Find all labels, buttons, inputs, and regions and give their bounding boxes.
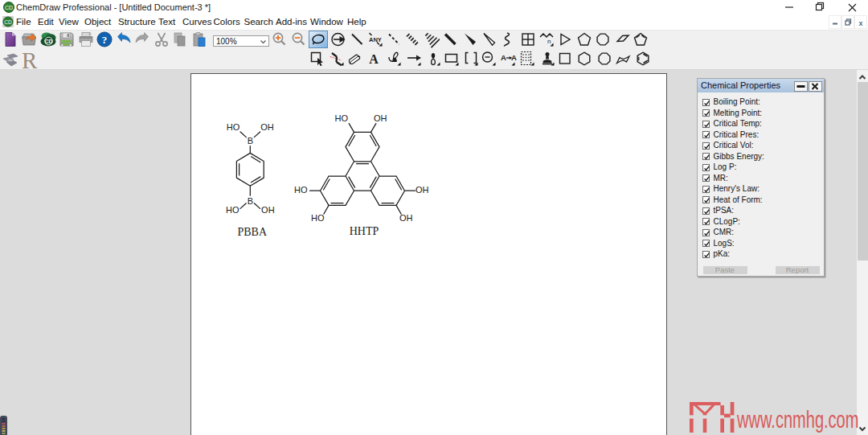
svg-text:HO: HO [294,185,308,195]
svg-text:HO: HO [335,113,349,123]
svg-text:HHTP: HHTP [350,225,379,237]
svg-text:OH: OH [399,213,413,223]
svg-text:B: B [248,196,253,206]
svg-text:OH: OH [416,185,429,195]
svg-text:HO: HO [227,122,240,132]
svg-text:OH: OH [374,113,387,123]
svg-text:OH: OH [261,205,275,215]
svg-text:B: B [248,136,253,146]
svg-text:OH: OH [260,122,274,132]
svg-text:PBBA: PBBA [238,226,268,238]
svg-text:HO: HO [226,205,240,215]
svg-text:HO: HO [311,213,325,223]
